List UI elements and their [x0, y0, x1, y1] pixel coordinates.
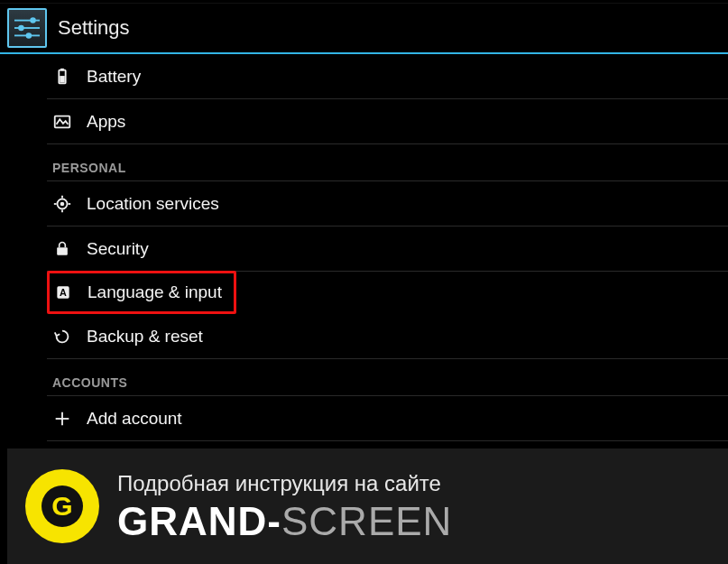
settings-list: Battery Apps PERSONAL Location services … — [0, 54, 728, 472]
page-title: Settings — [58, 16, 130, 40]
settings-item-label: Add account — [87, 409, 182, 429]
watermark-brand: GRAND-SCREEN — [117, 502, 452, 541]
settings-item-label: Security — [87, 239, 149, 259]
watermark-text: Подробная инструкция на сайте GRAND-SCRE… — [117, 471, 452, 541]
settings-item-label: Battery — [87, 67, 141, 87]
settings-item-apps[interactable]: Apps — [47, 99, 728, 144]
section-header-accounts: ACCOUNTS — [47, 359, 728, 396]
svg-text:A: A — [60, 287, 67, 298]
location-icon — [52, 194, 72, 214]
settings-item-battery[interactable]: Battery — [47, 54, 728, 99]
settings-item-backup-reset[interactable]: Backup & reset — [47, 314, 728, 359]
settings-item-label: Apps — [87, 112, 125, 132]
settings-item-label: Location services — [87, 194, 219, 214]
settings-app-icon — [7, 8, 47, 48]
language-icon: A — [53, 282, 73, 302]
settings-item-label: Backup & reset — [87, 327, 203, 347]
section-header-personal: PERSONAL — [47, 144, 728, 181]
watermark-banner: G Подробная инструкция на сайте GRAND-SC… — [7, 448, 728, 564]
settings-item-security[interactable]: Security — [47, 227, 728, 272]
svg-rect-7 — [60, 68, 64, 70]
svg-point-5 — [26, 32, 32, 39]
watermark-logo: G — [25, 469, 99, 543]
svg-point-1 — [30, 17, 36, 23]
watermark-logo-letter: G — [41, 485, 83, 527]
settings-item-location[interactable]: Location services — [47, 181, 728, 227]
settings-item-language-input[interactable]: A Language & input — [47, 271, 236, 314]
apps-icon — [52, 112, 72, 132]
svg-rect-8 — [60, 76, 65, 82]
plus-icon — [52, 409, 72, 429]
lock-icon — [52, 239, 72, 259]
action-bar: Settings — [0, 4, 728, 54]
svg-point-11 — [60, 201, 65, 206]
settings-item-add-account[interactable]: Add account — [47, 396, 728, 441]
svg-rect-16 — [57, 247, 68, 254]
svg-point-3 — [18, 25, 24, 32]
settings-item-label: Language & input — [88, 282, 222, 302]
backup-icon — [52, 327, 72, 347]
battery-icon — [52, 67, 72, 87]
watermark-tagline: Подробная инструкция на сайте — [117, 471, 452, 496]
